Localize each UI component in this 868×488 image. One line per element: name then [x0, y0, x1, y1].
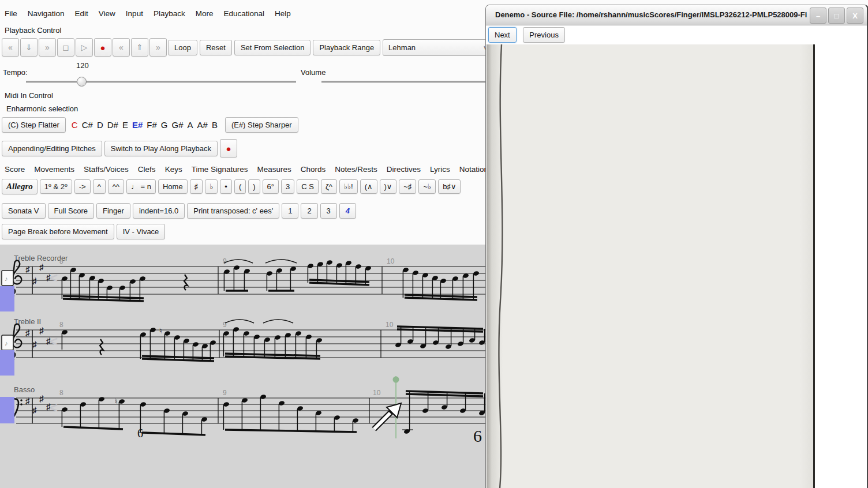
tool-item[interactable]: (∧	[360, 179, 377, 194]
tempo-slider-thumb[interactable]	[77, 77, 87, 87]
note-e[interactable]: E#	[132, 120, 143, 130]
playback-reset[interactable]: Reset	[200, 40, 232, 55]
tool-item[interactable]: ~♯	[399, 179, 416, 194]
score-btn-print-transposed-c-ees[interactable]: Print transposed: c' ees'	[187, 203, 279, 219]
score-btn-3[interactable]: 3	[320, 203, 337, 219]
tool-n[interactable]: ♩ = n	[126, 179, 156, 194]
title-bar[interactable]: Denemo - Source File: /home/rshann/music…	[486, 5, 867, 25]
cursor-down-button[interactable]: ⇓	[20, 38, 38, 57]
enharmonic-label: Enharmonic selection	[6, 104, 78, 113]
note-c[interactable]: C#	[82, 120, 93, 130]
menu-view[interactable]: View	[99, 9, 115, 18]
tool-item[interactable]: ♭	[205, 179, 218, 194]
score-menu-lyrics[interactable]: Lyrics	[430, 165, 450, 174]
score-btn-4[interactable]: 4	[339, 203, 356, 219]
stop-button[interactable]: ◻	[57, 38, 74, 57]
note-a[interactable]: A#	[197, 120, 208, 130]
note-f[interactable]: F#	[147, 120, 157, 130]
tool-b[interactable]: b♯∨	[438, 179, 461, 194]
score-btn-sonata-v[interactable]: Sonata V	[2, 203, 46, 219]
score-menu-score[interactable]: Score	[5, 165, 25, 174]
rewind-to-start-button[interactable]: «	[2, 38, 19, 57]
score-btn-full-score[interactable]: Full Score	[48, 203, 95, 219]
play-button[interactable]: ▷	[76, 38, 93, 57]
tempo-slider[interactable]	[26, 81, 296, 83]
denemo-main-window: FileNavigationEditViewInputPlaybackMoreE…	[0, 0, 485, 488]
menu-navigation[interactable]: Navigation	[28, 9, 65, 18]
score-canvas[interactable]: Treble Recorder♯♯♯♯<8910♪Treble II♯♯♯♯<8…	[0, 245, 485, 488]
menu-help[interactable]: Help	[275, 9, 291, 18]
note-g[interactable]: G#	[171, 120, 183, 130]
cursor-up-button[interactable]: ⇑	[131, 38, 148, 57]
tool-item[interactable]: )	[248, 179, 260, 194]
next-button[interactable]: Next	[488, 27, 517, 43]
note-e[interactable]: E	[122, 120, 128, 130]
score-menu-clefs[interactable]: Clefs	[138, 165, 156, 174]
play-along-playback-button[interactable]: Switch to Play Along Playback	[104, 141, 218, 156]
score-menu-measures[interactable]: Measures	[257, 165, 291, 174]
tool-6[interactable]: 6°	[263, 179, 279, 194]
menu-input[interactable]: Input	[126, 9, 143, 18]
score-menu-movements[interactable]: Movements	[34, 165, 74, 174]
source-page-canvas[interactable]	[486, 44, 866, 488]
tool-c-s[interactable]: C S	[297, 179, 319, 194]
menu-file[interactable]: File	[5, 9, 17, 18]
playback-playback-range[interactable]: Playback Range	[313, 40, 380, 55]
tool-item[interactable]: ~♭	[418, 179, 436, 194]
maximize-button[interactable]: □	[828, 7, 845, 24]
note-d[interactable]: D	[97, 120, 103, 130]
appending-editing-pitches-button[interactable]: Appending/Editing Pitches	[2, 141, 102, 156]
tool-1-2[interactable]: 1º & 2º	[40, 179, 72, 194]
record-midi-button[interactable]: ●	[220, 139, 237, 157]
close-button[interactable]: X	[847, 7, 863, 24]
minimize-button[interactable]: –	[810, 7, 826, 24]
note-c[interactable]: C	[72, 120, 78, 130]
tool-item[interactable]: ^^	[108, 179, 124, 194]
tool-item[interactable]: )∨	[380, 179, 397, 194]
note-d[interactable]: D#	[107, 120, 118, 130]
menu-edit[interactable]: Edit	[75, 9, 88, 18]
menu-playback[interactable]: Playback	[154, 9, 185, 18]
tool-3[interactable]: 3	[281, 179, 294, 194]
movement-btn-iv-vivace[interactable]: IV - Vivace	[117, 224, 166, 239]
menu-more[interactable]: More	[196, 9, 214, 18]
tool-allegro[interactable]: Allegro	[2, 179, 38, 194]
tool-item[interactable]: ^	[93, 179, 106, 194]
score-display-area[interactable]: Treble Recorder♯♯♯♯<8910♪Treble II♯♯♯♯<8…	[0, 245, 485, 488]
score-menu-staffs-voices[interactable]: Staffs/Voices	[84, 165, 129, 174]
menu-educational[interactable]: Educational	[223, 9, 264, 18]
step-flatter-button[interactable]: (C) Step Flatter	[2, 117, 66, 133]
previous-button[interactable]: Previous	[523, 27, 565, 43]
tool-item[interactable]: ->	[74, 179, 91, 194]
note-b[interactable]: B	[212, 120, 218, 130]
score-btn-finger[interactable]: Finger	[96, 203, 130, 219]
playback-loop[interactable]: Loop	[168, 40, 197, 55]
cursor-right-button[interactable]: »	[149, 38, 167, 57]
score-btn-1[interactable]: 1	[282, 203, 298, 219]
svg-text:♯: ♯	[39, 262, 44, 272]
score-menu-notes-rests[interactable]: Notes/Rests	[335, 165, 377, 174]
source-page-view[interactable]	[486, 44, 867, 488]
record-button[interactable]: ●	[94, 38, 111, 57]
tool-item[interactable]: (	[234, 179, 246, 194]
score-btn-2[interactable]: 2	[301, 203, 317, 219]
volume-slider[interactable]	[321, 81, 485, 83]
score-menu-time-signatures[interactable]: Time Signatures	[192, 165, 248, 174]
playback-set-from-selection[interactable]: Set From Selection	[234, 40, 311, 55]
step-sharper-button[interactable]: (E#) Step Sharper	[225, 117, 298, 133]
tool-item[interactable]: ♯	[190, 179, 203, 194]
fast-forward-button[interactable]: »	[39, 38, 56, 57]
score-menu-directives[interactable]: Directives	[387, 165, 421, 174]
score-menu-chords[interactable]: Chords	[301, 165, 326, 174]
tool-home[interactable]: Home	[158, 179, 188, 194]
tool-item[interactable]: ♭♭!	[339, 179, 358, 194]
cursor-left-button[interactable]: «	[113, 38, 130, 57]
movement-btn-page-break-before-movement[interactable]: Page Break before Movement	[2, 224, 114, 239]
tool-item[interactable]: •	[220, 179, 232, 194]
tool-item[interactable]: ζ^	[321, 179, 337, 194]
tuning-select[interactable]: Lehman ∨	[383, 39, 493, 56]
score-menu-keys[interactable]: Keys	[165, 165, 182, 174]
note-a[interactable]: A	[188, 120, 193, 130]
score-btn-indent-16-0[interactable]: indent=16.0	[133, 203, 185, 219]
note-g[interactable]: G	[161, 120, 168, 130]
